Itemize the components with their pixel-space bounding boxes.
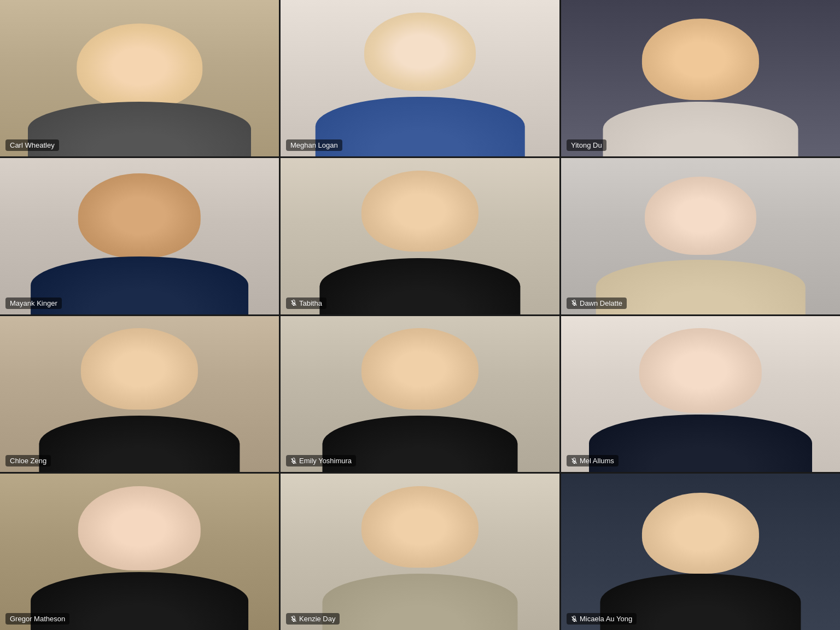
name-text-gregor: Gregor Matheson	[10, 615, 65, 623]
tile-dawn-delatte[interactable]: Dawn Delatte	[561, 158, 840, 314]
name-label-tabitha: Tabitha	[286, 298, 326, 309]
name-label-emily: Emily Yoshimura	[286, 455, 356, 466]
video-feed-emily	[281, 316, 559, 472]
video-feed-micaela	[561, 474, 840, 630]
mute-icon-kenzie	[290, 616, 297, 622]
tile-meghan-logan[interactable]: Meghan Logan	[281, 0, 559, 156]
tile-gregor-matheson[interactable]: Gregor Matheson	[0, 474, 279, 630]
name-label-yitong: Yitong Du	[567, 139, 606, 151]
mute-icon-micaela	[571, 616, 578, 622]
tile-chloe-zeng[interactable]: Chloe Zeng	[0, 316, 279, 472]
tile-yitong-du[interactable]: Yitong Du	[561, 0, 840, 156]
name-label-micaela: Micaela Au Yong	[567, 613, 637, 625]
name-text-yitong: Yitong Du	[571, 141, 602, 149]
tile-kenzie-day[interactable]: Kenzie Day	[281, 474, 559, 630]
mute-icon-dawn	[571, 300, 578, 306]
name-label-mel: Mel Allums	[567, 455, 619, 466]
video-feed-meghan	[281, 0, 559, 156]
video-feed-mayank	[0, 158, 279, 314]
name-label-meghan: Meghan Logan	[286, 139, 342, 151]
name-label-kenzie: Kenzie Day	[286, 613, 340, 625]
video-feed-mel	[561, 316, 840, 472]
video-feed-carl	[0, 0, 279, 156]
video-feed-chloe	[0, 316, 279, 472]
name-text-tabitha: Tabitha	[299, 299, 322, 307]
video-feed-gregor	[0, 474, 279, 630]
name-text-chloe: Chloe Zeng	[10, 457, 46, 465]
video-feed-tabitha	[281, 158, 559, 314]
name-text-mel: Mel Allums	[580, 457, 614, 465]
name-text-emily: Emily Yoshimura	[299, 457, 352, 465]
tile-micaela-au-yong[interactable]: Micaela Au Yong	[561, 474, 840, 630]
name-text-carl: Carl Wheatley	[10, 141, 55, 149]
tile-emily-yoshimura[interactable]: Emily Yoshimura	[281, 316, 559, 472]
mute-icon-tabitha	[290, 300, 297, 306]
tile-tabitha[interactable]: Tabitha	[281, 158, 559, 314]
name-text-mayank: Mayank Kinger	[10, 299, 57, 307]
mute-icon-emily	[290, 458, 297, 464]
mute-icon-mel	[571, 458, 578, 464]
video-feed-yitong	[561, 0, 840, 156]
name-label-carl: Carl Wheatley	[5, 139, 59, 151]
name-text-kenzie: Kenzie Day	[299, 615, 335, 623]
tile-mayank-kinger[interactable]: Mayank Kinger	[0, 158, 279, 314]
name-label-gregor: Gregor Matheson	[5, 613, 69, 625]
tile-mel-allums[interactable]: Mel Allums	[561, 316, 840, 472]
video-grid: Carl Wheatley Meghan Logan Yitong Du May…	[0, 0, 840, 630]
name-label-chloe: Chloe Zeng	[5, 455, 51, 466]
name-text-micaela: Micaela Au Yong	[580, 615, 632, 623]
tile-carl-wheatley[interactable]: Carl Wheatley	[0, 0, 279, 156]
name-text-meghan: Meghan Logan	[290, 141, 338, 149]
video-feed-kenzie	[281, 474, 559, 630]
name-text-dawn: Dawn Delatte	[580, 299, 622, 307]
video-feed-dawn	[561, 158, 840, 314]
name-label-mayank: Mayank Kinger	[5, 298, 62, 309]
name-label-dawn: Dawn Delatte	[567, 298, 627, 309]
